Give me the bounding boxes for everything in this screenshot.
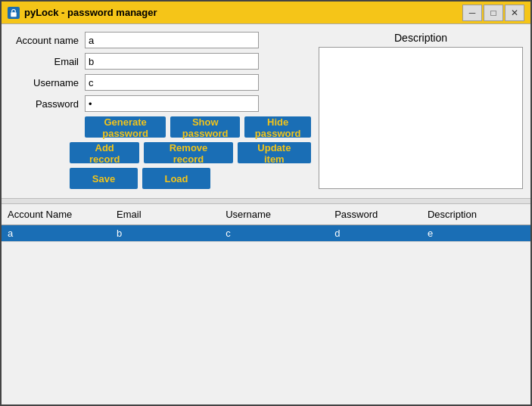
main-content: Account name Email Username Password: [2, 24, 530, 404]
col-header-description: Description: [422, 207, 530, 222]
divider: [2, 198, 530, 204]
email-row: Email: [9, 53, 311, 70]
account-name-input[interactable]: [85, 32, 259, 48]
minimize-button[interactable]: ─: [462, 5, 482, 21]
col-header-account: Account Name: [2, 207, 110, 222]
title-bar-left: pyLock - password manager: [8, 7, 157, 19]
username-input[interactable]: [85, 74, 259, 91]
account-name-label: Account name: [9, 35, 85, 46]
maximize-button[interactable]: □: [484, 5, 503, 21]
table-row[interactable]: a b c d e: [2, 225, 530, 241]
button-row-1: Generate password Show password Hide pas…: [85, 116, 311, 138]
col-header-email: Email: [110, 207, 219, 222]
title-bar: pyLock - password manager ─ □ ✕: [2, 2, 530, 24]
load-button[interactable]: Load: [142, 168, 210, 189]
account-name-row: Account name: [9, 32, 311, 48]
description-textarea[interactable]: [319, 47, 523, 189]
table-empty-area: [2, 241, 530, 242]
table-header: Account Name Email Username Password Des…: [2, 204, 530, 225]
email-label: Email: [9, 56, 85, 67]
button-row-3: Save Load: [70, 168, 311, 189]
password-label: Password: [9, 98, 85, 110]
password-row: Password: [9, 95, 311, 112]
title-bar-controls: ─ □ ✕: [462, 5, 524, 21]
table-cell-account: a: [2, 225, 110, 241]
remove-record-button[interactable]: Remove record: [144, 142, 232, 163]
generate-password-button[interactable]: Generate password: [85, 116, 166, 138]
close-button[interactable]: ✕: [505, 5, 524, 21]
description-label: Description: [319, 32, 523, 44]
add-record-button[interactable]: Add record: [70, 142, 139, 163]
email-input[interactable]: [85, 53, 259, 70]
form-section: Account name Email Username Password: [9, 32, 311, 189]
top-section: Account name Email Username Password: [2, 24, 530, 194]
table-section: Account Name Email Username Password Des…: [2, 204, 530, 404]
main-window: pyLock - password manager ─ □ ✕ Account …: [0, 0, 532, 406]
col-header-username: Username: [219, 207, 328, 222]
table-cell-username: c: [219, 225, 328, 241]
show-password-button[interactable]: Show password: [170, 116, 240, 138]
password-input[interactable]: [85, 95, 259, 112]
window-title: pyLock - password manager: [24, 7, 157, 18]
button-row-2: Add record Remove record Update item: [70, 142, 311, 163]
description-section: Description: [319, 32, 523, 189]
table-cell-email: b: [110, 225, 219, 241]
table-body: a b c d e: [2, 225, 530, 404]
save-button[interactable]: Save: [70, 168, 138, 189]
col-header-password: Password: [328, 207, 422, 222]
app-icon: [8, 7, 20, 19]
svg-rect-0: [11, 12, 17, 17]
username-row: Username: [9, 74, 311, 91]
username-label: Username: [9, 77, 85, 88]
update-item-button[interactable]: Update item: [238, 142, 311, 163]
hide-password-button[interactable]: Hide password: [244, 116, 311, 138]
table-cell-password: d: [328, 225, 422, 241]
table-cell-description: e: [422, 225, 530, 241]
